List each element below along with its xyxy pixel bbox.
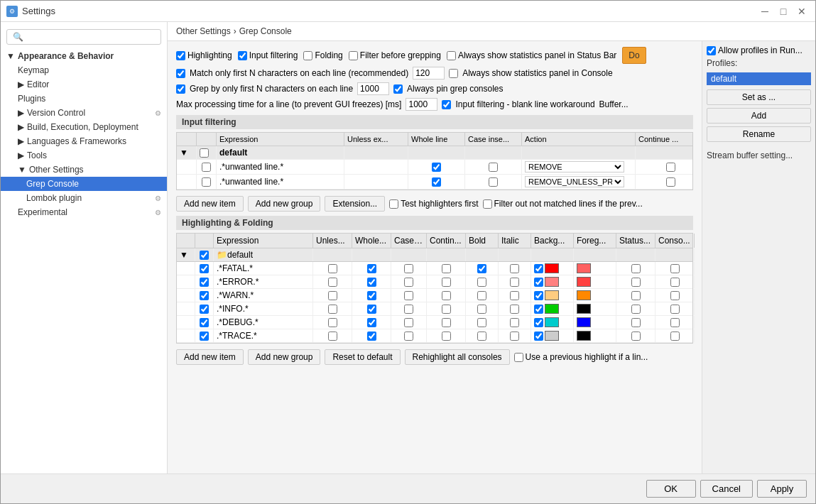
row1-action-select[interactable]: REMOVE	[525, 161, 624, 172]
info-conso-checkbox[interactable]	[670, 305, 680, 314]
sidebar-item-lombok[interactable]: Lombok plugin ⚙	[1, 191, 167, 205]
match-n-chars-input[interactable]	[413, 67, 445, 80]
sidebar-item-build[interactable]: ▶ Build, Execution, Deployment	[1, 120, 167, 134]
warn-bg-cell[interactable]	[531, 289, 574, 302]
info-active-checkbox[interactable]	[200, 305, 209, 314]
debug-conso-checkbox[interactable]	[670, 318, 680, 327]
warn-whole-checkbox[interactable]	[367, 291, 376, 300]
debug-bg-cell[interactable]	[531, 316, 574, 329]
warn-bold-checkbox[interactable]	[477, 291, 486, 300]
trace-fg-cell[interactable]	[574, 329, 616, 342]
ok-button[interactable]: OK	[646, 480, 696, 498]
grep-n-chars-checkbox[interactable]	[176, 84, 185, 94]
info-whole-checkbox[interactable]	[367, 305, 376, 314]
filter-out-not-matched-checkbox[interactable]	[483, 199, 492, 209]
default-profile[interactable]: default	[707, 72, 811, 85]
error-conso-checkbox[interactable]	[670, 278, 680, 287]
row2-case-checkbox[interactable]	[489, 177, 498, 187]
row1-active-checkbox[interactable]	[202, 163, 211, 172]
sidebar-item-keymap[interactable]: Keymap	[1, 63, 167, 77]
trace-active-checkbox[interactable]	[200, 332, 209, 341]
sidebar-item-plugins[interactable]: Plugins	[1, 92, 167, 106]
trace-status-checkbox[interactable]	[631, 332, 641, 341]
warn-active-checkbox[interactable]	[200, 291, 209, 300]
error-contin-checkbox[interactable]	[442, 278, 451, 287]
trace-conso-checkbox[interactable]	[670, 332, 680, 341]
highlighting-checkbox[interactable]	[176, 51, 185, 60]
fatal-bold-checkbox[interactable]	[477, 264, 486, 273]
warn-italic-checkbox[interactable]	[510, 291, 519, 300]
fatal-bg-cell[interactable]	[531, 262, 574, 275]
expand-icon[interactable]: ▼	[180, 250, 188, 260]
trace-bg-cell[interactable]	[531, 329, 574, 342]
debug-italic-checkbox[interactable]	[510, 318, 519, 327]
row2-continue-checkbox[interactable]	[666, 177, 675, 187]
debug-case-checkbox[interactable]	[404, 318, 413, 327]
warn-fg-cell[interactable]	[574, 289, 616, 302]
allow-profiles-checkbox[interactable]	[707, 46, 716, 55]
minimize-button[interactable]: ─	[757, 4, 773, 19]
trace-case-checkbox[interactable]	[404, 332, 413, 341]
sidebar-item-languages[interactable]: ▶ Languages & Frameworks	[1, 134, 167, 148]
match-n-chars-checkbox[interactable]	[176, 69, 185, 78]
group-checkbox[interactable]	[200, 148, 209, 158]
use-previous-highlight-checkbox[interactable]	[514, 353, 523, 362]
always-pin-grep-checkbox[interactable]	[393, 84, 403, 94]
hl-add-new-group-button[interactable]: Add new group	[248, 349, 321, 365]
warn-conso-checkbox[interactable]	[670, 291, 680, 300]
close-button[interactable]: ✕	[794, 4, 810, 19]
warn-unless-checkbox[interactable]	[328, 291, 337, 300]
always-show-console-checkbox[interactable]	[449, 69, 458, 78]
debug-contin-checkbox[interactable]	[442, 318, 451, 327]
debug-whole-checkbox[interactable]	[367, 318, 376, 327]
hgroup-active-checkbox[interactable]	[200, 251, 209, 260]
error-status-checkbox[interactable]	[631, 278, 641, 287]
info-bold-checkbox[interactable]	[477, 305, 486, 314]
trace-bg-checkbox[interactable]	[534, 332, 543, 341]
rehighlight-all-button[interactable]: Rehighlight all consoles	[405, 349, 510, 365]
add-new-group-button[interactable]: Add new group	[248, 196, 321, 212]
trace-contin-checkbox[interactable]	[442, 332, 451, 341]
row1-whole-checkbox[interactable]	[432, 163, 441, 172]
row2-action-select[interactable]: REMOVE_UNLESS_PREVIO...	[525, 176, 624, 187]
info-italic-checkbox[interactable]	[510, 305, 519, 314]
trace-unless-checkbox[interactable]	[328, 332, 337, 341]
set-as-button[interactable]: Set as ...	[707, 89, 811, 105]
rename-button[interactable]: Rename	[707, 126, 811, 142]
error-active-checkbox[interactable]	[200, 278, 209, 287]
folding-checkbox[interactable]	[303, 51, 312, 60]
trace-italic-checkbox[interactable]	[510, 332, 519, 341]
input-filtering-blank-checkbox[interactable]	[442, 100, 451, 109]
max-processing-input[interactable]	[406, 98, 437, 111]
sidebar-item-experimental[interactable]: Experimental ⚙	[1, 205, 167, 219]
search-input[interactable]	[6, 29, 161, 45]
error-fg-cell[interactable]	[574, 275, 616, 288]
sidebar-item-editor[interactable]: ▶ Editor	[1, 77, 167, 92]
error-bold-checkbox[interactable]	[477, 278, 486, 287]
warn-contin-checkbox[interactable]	[442, 291, 451, 300]
sidebar-item-grep-console[interactable]: Grep Console	[1, 177, 167, 191]
maximize-button[interactable]: □	[776, 4, 791, 19]
warn-case-checkbox[interactable]	[404, 291, 413, 300]
debug-unless-checkbox[interactable]	[328, 318, 337, 327]
sidebar-item-tools[interactable]: ▶ Tools	[1, 148, 167, 163]
reset-to-default-button[interactable]: Reset to default	[325, 349, 400, 365]
group-arrow-icon[interactable]: ▼	[180, 148, 188, 158]
error-unless-checkbox[interactable]	[328, 278, 337, 287]
always-show-statistics-checkbox[interactable]	[447, 51, 456, 60]
fatal-conso-checkbox[interactable]	[670, 264, 680, 273]
filter-before-grepping-checkbox[interactable]	[349, 51, 358, 60]
fatal-fg-cell[interactable]	[574, 262, 616, 275]
debug-bg-checkbox[interactable]	[534, 318, 543, 327]
fatal-active-checkbox[interactable]	[200, 264, 209, 273]
debug-bold-checkbox[interactable]	[477, 318, 486, 327]
warn-status-checkbox[interactable]	[631, 291, 641, 300]
apply-button[interactable]: Apply	[757, 480, 807, 498]
info-bg-checkbox[interactable]	[534, 305, 543, 314]
error-case-checkbox[interactable]	[404, 278, 413, 287]
fatal-unless-checkbox[interactable]	[328, 264, 337, 273]
extension-button[interactable]: Extension...	[325, 196, 385, 212]
add-new-item-button[interactable]: Add new item	[176, 196, 244, 212]
sidebar-item-other-settings[interactable]: ▼ Other Settings	[1, 163, 167, 177]
row1-continue-checkbox[interactable]	[666, 163, 675, 172]
